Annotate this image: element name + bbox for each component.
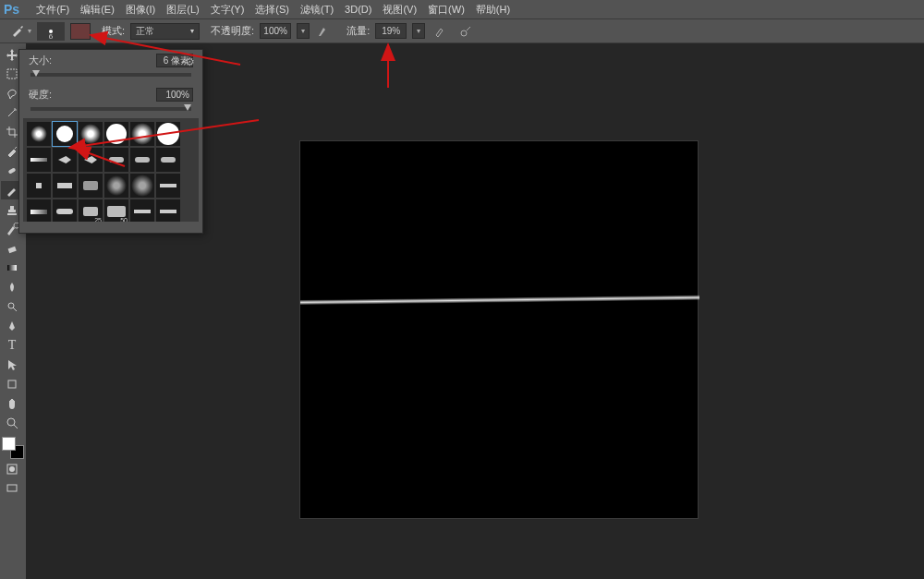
brush-preset-grid: 25 50 bbox=[23, 118, 199, 222]
brush-icon bbox=[11, 24, 24, 39]
gear-icon[interactable]: ⚙ bbox=[185, 55, 195, 68]
mode-select[interactable]: 正常▾ bbox=[130, 23, 200, 40]
menu-layer[interactable]: 图层(L) bbox=[166, 3, 199, 17]
hardness-slider[interactable] bbox=[30, 107, 191, 111]
opacity-label: 不透明度: bbox=[211, 24, 254, 38]
svg-rect-3 bbox=[8, 247, 17, 253]
brush-preset[interactable] bbox=[79, 148, 103, 172]
tool-eraser[interactable] bbox=[1, 239, 23, 258]
brush-preset[interactable] bbox=[79, 122, 103, 146]
svg-rect-10 bbox=[7, 485, 17, 491]
menu-window[interactable]: 窗口(W) bbox=[428, 3, 465, 17]
menu-help[interactable]: 帮助(H) bbox=[476, 3, 510, 17]
brush-preset[interactable] bbox=[130, 148, 154, 172]
size-label: 大小: bbox=[29, 54, 52, 67]
hardness-input[interactable]: 100% bbox=[156, 88, 193, 102]
menu-type[interactable]: 文字(Y) bbox=[211, 3, 245, 17]
brush-preset[interactable] bbox=[27, 174, 51, 198]
brush-preset[interactable] bbox=[104, 174, 128, 198]
menu-3d[interactable]: 3D(D) bbox=[345, 4, 371, 15]
svg-rect-4 bbox=[7, 265, 17, 271]
brush-preset[interactable] bbox=[27, 148, 51, 172]
airbrush-icon[interactable] bbox=[431, 23, 451, 40]
svg-rect-6 bbox=[8, 380, 16, 388]
app-logo: Ps bbox=[4, 2, 19, 17]
quickmask-toggle[interactable] bbox=[1, 460, 23, 478]
flow-value[interactable]: 19% bbox=[375, 23, 407, 39]
hardness-label: 硬度: bbox=[29, 88, 52, 102]
menu-filter[interactable]: 滤镜(T) bbox=[300, 3, 334, 17]
brush-preset[interactable] bbox=[156, 174, 180, 198]
tool-zoom[interactable] bbox=[1, 414, 23, 432]
brush-preset[interactable] bbox=[130, 199, 154, 222]
svg-point-0 bbox=[461, 30, 467, 36]
flow-dropdown[interactable]: ▾ bbox=[412, 23, 425, 39]
brush-preset[interactable] bbox=[104, 122, 128, 146]
brush-panel-toggle[interactable] bbox=[70, 23, 91, 40]
tool-blur[interactable] bbox=[1, 278, 23, 296]
svg-point-9 bbox=[9, 466, 15, 472]
opacity-value[interactable]: 100% bbox=[260, 23, 291, 39]
brush-preset[interactable] bbox=[53, 174, 77, 198]
brush-preset[interactable] bbox=[130, 122, 154, 146]
tool-path-select[interactable] bbox=[1, 356, 23, 374]
menu-bar: Ps 文件(F) 编辑(E) 图像(I) 图层(L) 文字(Y) 选择(S) 滤… bbox=[0, 0, 924, 18]
foreground-color-swatch[interactable] bbox=[2, 437, 16, 451]
brush-preset[interactable] bbox=[156, 148, 180, 172]
flow-label: 流量: bbox=[346, 24, 370, 38]
tool-pen[interactable] bbox=[1, 317, 23, 335]
canvas[interactable] bbox=[299, 140, 699, 519]
brush-preset[interactable] bbox=[156, 122, 180, 146]
drawn-stroke bbox=[300, 296, 699, 305]
tool-hand[interactable] bbox=[1, 394, 23, 413]
brush-preset-panel: ⚙ 大小: 6 像素 硬度: 100% 25 50 bbox=[18, 49, 203, 234]
svg-rect-2 bbox=[8, 167, 17, 174]
brush-preset-picker[interactable]: 6 bbox=[37, 22, 65, 41]
tool-type[interactable]: T bbox=[1, 336, 23, 355]
menu-image[interactable]: 图像(I) bbox=[126, 3, 155, 17]
menu-view[interactable]: 视图(V) bbox=[383, 3, 417, 17]
tool-dodge[interactable] bbox=[1, 297, 23, 316]
menu-file[interactable]: 文件(F) bbox=[36, 3, 69, 17]
pressure-opacity-icon[interactable] bbox=[315, 23, 335, 40]
brush-preset[interactable] bbox=[53, 148, 77, 172]
brush-preset[interactable] bbox=[130, 174, 154, 198]
size-slider[interactable] bbox=[30, 73, 191, 77]
svg-rect-1 bbox=[7, 69, 17, 78]
brush-preset[interactable] bbox=[156, 199, 180, 222]
mode-label: 模式: bbox=[102, 24, 125, 38]
tool-shape[interactable] bbox=[1, 375, 23, 393]
brush-preset[interactable] bbox=[27, 122, 51, 146]
options-bar: ▾ 6 模式: 正常▾ 不透明度: 100% ▾ 流量: 19% ▾ bbox=[0, 18, 924, 43]
brush-preset[interactable] bbox=[53, 122, 77, 146]
svg-point-7 bbox=[7, 418, 15, 426]
color-swatches[interactable] bbox=[2, 437, 24, 459]
current-tool-indicator[interactable]: ▾ bbox=[11, 24, 31, 39]
brush-preset[interactable] bbox=[53, 199, 77, 222]
brush-preset[interactable] bbox=[104, 148, 128, 172]
menu-select[interactable]: 选择(S) bbox=[255, 3, 289, 17]
menu-edit[interactable]: 编辑(E) bbox=[80, 3, 115, 17]
opacity-dropdown[interactable]: ▾ bbox=[297, 23, 310, 39]
screenmode-toggle[interactable] bbox=[1, 479, 23, 498]
pressure-size-icon[interactable] bbox=[456, 23, 477, 40]
brush-preset[interactable] bbox=[27, 199, 51, 222]
brush-preset[interactable] bbox=[79, 174, 103, 198]
tool-gradient[interactable] bbox=[1, 259, 23, 277]
brush-preset[interactable]: 50 bbox=[104, 199, 128, 222]
brush-preset[interactable]: 25 bbox=[79, 199, 103, 222]
